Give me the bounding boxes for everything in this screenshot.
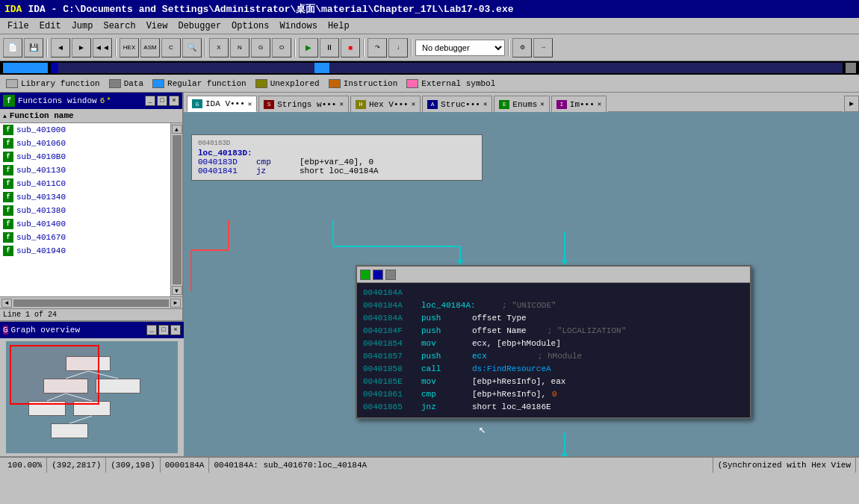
graph-area[interactable]: 0040183D loc_40183D: 0040183D cmp [ebp+v… xyxy=(184,112,859,456)
list-item[interactable]: f sub_401060 xyxy=(0,137,170,150)
toolbar-stop[interactable]: ■ xyxy=(341,38,360,57)
function-name-header[interactable]: Function name xyxy=(10,111,74,120)
legend-color-data xyxy=(109,79,121,88)
toolbar-stepover[interactable]: ↷ xyxy=(368,38,387,57)
dl-mnem-8: cmp xyxy=(421,388,466,401)
tab-label-hex: Hex V••• xyxy=(369,100,409,109)
dl-row-2: 0040184A push offset Type xyxy=(363,312,744,325)
list-item[interactable]: f sub_4010B0 xyxy=(0,150,170,164)
nav-scrollbar[interactable] xyxy=(846,63,856,73)
scroll-thumb[interactable] xyxy=(173,135,182,284)
tab-enums[interactable]: E Enums ✕ xyxy=(494,96,549,112)
menu-search[interactable]: Search xyxy=(99,20,140,32)
status-text: Line 1 of 24 xyxy=(3,311,57,319)
toolbar-asm[interactable]: ASM xyxy=(140,38,160,57)
tab-structs[interactable]: A Struc••• ✕ xyxy=(422,96,492,112)
tab-close-strings[interactable]: ✕ xyxy=(339,100,343,108)
toolbar-pause[interactable]: ⏸ xyxy=(320,38,339,57)
functions-restore-btn[interactable]: □ xyxy=(157,96,167,106)
functions-minimize-btn[interactable]: _ xyxy=(145,96,155,106)
popup-icon-green xyxy=(360,270,370,280)
menu-debugger[interactable]: Debugger xyxy=(173,20,226,32)
graph-minimize-btn[interactable]: _ xyxy=(146,325,157,335)
menu-file[interactable]: File xyxy=(3,20,34,32)
menu-jump[interactable]: Jump xyxy=(67,20,98,32)
functions-close-btn[interactable]: × xyxy=(169,96,179,106)
tab-scroll-right[interactable]: ► xyxy=(844,96,859,112)
dl-op-9: short loc_40186E xyxy=(472,401,551,414)
menu-windows[interactable]: Windows xyxy=(276,20,322,32)
graph-restore-btn[interactable]: □ xyxy=(158,325,169,335)
toolbar-extra1[interactable]: ⚙ xyxy=(512,38,532,57)
list-item[interactable]: f sub_401130 xyxy=(0,164,170,177)
tab-imports[interactable]: I Im••• ✕ xyxy=(551,96,607,112)
toolbar-xref[interactable]: X xyxy=(209,38,229,57)
nav-seg2 xyxy=(58,63,314,73)
toolbar-hex[interactable]: HEX xyxy=(120,38,139,57)
right-content: G IDA V••• ✕ S Strings w••• ✕ H Hex V•••… xyxy=(184,93,859,456)
menu-options[interactable]: Options xyxy=(227,20,273,32)
toolbar-c[interactable]: C xyxy=(161,38,181,57)
toolbar-offset[interactable]: O xyxy=(272,38,291,57)
tab-hex[interactable]: H Hex V••• ✕ xyxy=(350,96,421,112)
toolbar-search[interactable]: 🔍 xyxy=(182,38,202,57)
toolbar-new[interactable]: 📄 xyxy=(3,38,22,57)
tab-close-structs[interactable]: ✕ xyxy=(483,100,487,108)
scroll-up-btn[interactable]: ▲ xyxy=(172,125,182,134)
legend-color-unexplored xyxy=(255,79,267,88)
list-item[interactable]: f sub_401670 xyxy=(0,231,170,244)
graph-close-btn[interactable]: × xyxy=(170,325,181,335)
tab-strings[interactable]: S Strings w••• ✕ xyxy=(258,96,349,112)
list-item[interactable]: f sub_401000 xyxy=(0,123,170,137)
f-badge: f xyxy=(3,246,13,256)
toolbar-run[interactable]: ▶ xyxy=(299,38,318,57)
toolbar-name[interactable]: N xyxy=(230,38,249,57)
legend-unexplored: Unexplored xyxy=(255,79,320,88)
legend-regular: Regular function xyxy=(152,79,246,88)
addr1-text: 0000184A xyxy=(165,461,205,470)
function-name: sub_401400 xyxy=(16,220,66,228)
menu-edit[interactable]: Edit xyxy=(35,20,66,32)
scroll-right-btn[interactable]: ► xyxy=(170,299,181,308)
tab-ida-view[interactable]: G IDA V••• ✕ xyxy=(187,96,257,112)
functions-hscroll: ◄ ► xyxy=(0,296,182,308)
list-item[interactable]: f sub_401340 xyxy=(0,190,170,204)
list-item[interactable]: f sub_4011C0 xyxy=(0,177,170,190)
list-item[interactable]: f sub_401940 xyxy=(0,244,170,258)
dl-addr-5: 00401857 xyxy=(363,350,415,363)
debugger-dropdown[interactable]: No debugger xyxy=(415,40,505,56)
menu-view[interactable]: View xyxy=(142,20,173,32)
list-item[interactable]: f sub_401380 xyxy=(0,204,170,217)
scroll-left-btn[interactable]: ◄ xyxy=(1,299,12,308)
disasm-popup[interactable]: 0040184A 0040184A loc_40184A: ; "UNICODE… xyxy=(356,265,751,419)
dl-mnem-9: jnz xyxy=(421,401,466,414)
svg-line-2 xyxy=(47,393,66,401)
toolbar-sep2 xyxy=(115,39,117,57)
graph-overview-canvas[interactable] xyxy=(6,341,178,453)
tab-close-hex[interactable]: ✕ xyxy=(412,100,415,108)
toolbar-extra2[interactable]: → xyxy=(533,38,553,57)
toolbar-save[interactable]: 💾 xyxy=(24,38,43,57)
toolbar-goto[interactable]: G xyxy=(251,38,270,57)
toolbar-back2[interactable]: ◄◄ xyxy=(93,38,112,57)
toolbar-stepinto[interactable]: ↓ xyxy=(388,38,408,57)
tab-icon-strings: S xyxy=(264,100,274,109)
tab-close-enums[interactable]: ✕ xyxy=(540,100,544,108)
scroll-track[interactable] xyxy=(13,299,169,307)
code-line-label: loc_40183D: xyxy=(198,149,476,158)
dl-op-7: [ebp+hResInfo], eax xyxy=(472,376,565,388)
code-line-jz: 00401841 jz short loc_40184A xyxy=(198,167,476,175)
toolbar-forward[interactable]: ► xyxy=(72,38,91,57)
toolbar-back[interactable]: ◄ xyxy=(51,38,70,57)
dl-mnem-7: mov xyxy=(421,376,466,388)
legend-label-library: Library function xyxy=(21,79,100,88)
list-item[interactable]: f sub_401400 xyxy=(0,217,170,231)
tab-close-imports[interactable]: ✕ xyxy=(598,100,601,108)
menu-help[interactable]: Help xyxy=(323,20,354,32)
tab-close-ida[interactable]: ✕ xyxy=(248,100,252,108)
graph-icon: G xyxy=(3,326,8,335)
dl-mnem-4: mov xyxy=(421,337,466,350)
scroll-down-btn[interactable]: ▼ xyxy=(172,286,182,295)
function-name: sub_401060 xyxy=(16,139,66,148)
function-name: sub_401380 xyxy=(16,206,66,215)
